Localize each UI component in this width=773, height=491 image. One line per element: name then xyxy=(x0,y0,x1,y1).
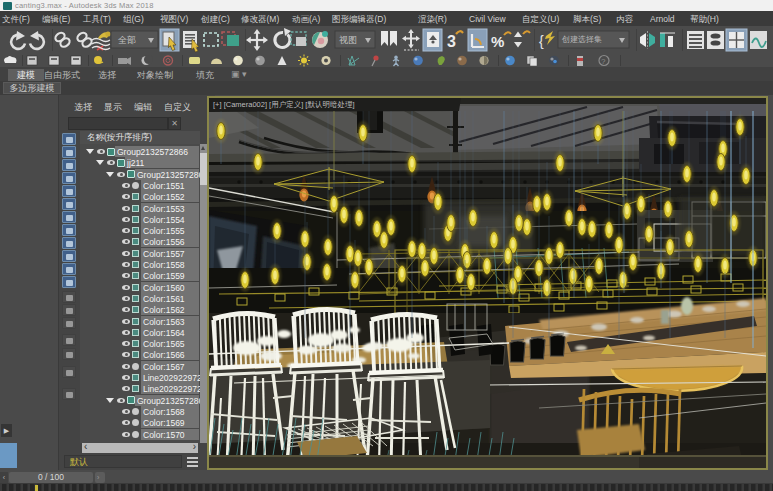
svg-text:%: % xyxy=(491,33,504,50)
svg-text:?: ? xyxy=(601,57,606,66)
svg-text:全部: 全部 xyxy=(118,35,136,45)
svg-text:创建选择集: 创建选择集 xyxy=(561,35,602,44)
svg-text:{: { xyxy=(539,33,544,49)
svg-text:视图: 视图 xyxy=(339,35,357,45)
svg-text:3: 3 xyxy=(447,33,456,50)
